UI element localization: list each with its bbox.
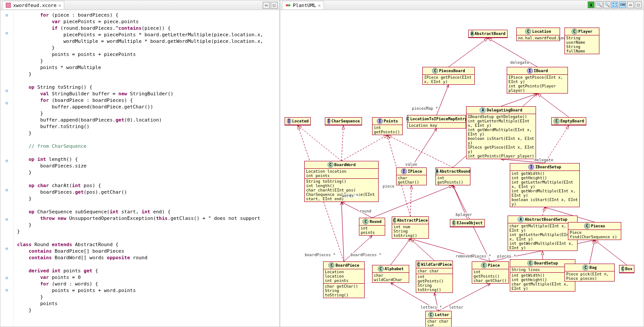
uml-label: piecesMap * bbox=[411, 106, 439, 111]
uml-class-Piece[interactable]: C Pieceint getPoints()char getChar() bbox=[472, 261, 509, 284]
uml-label: words * bbox=[341, 194, 359, 198]
uml-class-Located[interactable]: I Located bbox=[285, 117, 311, 125]
uml-class-AbstractBoard[interactable]: A AbstractBoard bbox=[468, 30, 508, 38]
zoom-out-icon[interactable]: 🔍 bbox=[603, 1, 610, 8]
xcore-file-icon bbox=[5, 2, 11, 8]
code-content[interactable]: for (piece : boardPieces) { var piecePoi… bbox=[14, 10, 267, 327]
fold-gutter: ⊖ ⊖ ⊖ ⊖ ⊖ ⊖ ⊖ ⊖ ⊖ ⊖ bbox=[0, 10, 14, 327]
fold-marker[interactable]: ⊖ bbox=[0, 275, 13, 281]
uml-class-WildCardPiece[interactable]: C WildCardPiecechar charint getPoints()S… bbox=[416, 261, 453, 293]
uml-class-Points[interactable]: I Pointsint getPoints() bbox=[372, 117, 403, 135]
uml-label: round bbox=[359, 209, 372, 213]
plantuml-icon bbox=[285, 2, 291, 8]
uml-class-Letter[interactable]: C Letterchar charint pointsint count bbox=[425, 311, 452, 327]
uml-class-AbstractRound[interactable]: A AbstractRoundint getPoints() bbox=[435, 167, 470, 185]
zoom-100-button[interactable]: 100 bbox=[619, 1, 626, 8]
tab-title: PlantUML bbox=[293, 3, 316, 8]
svg-line-9 bbox=[341, 125, 344, 161]
svg-line-21 bbox=[543, 207, 545, 216]
svg-rect-0 bbox=[6, 3, 11, 8]
diagram-toolbar: ▮ 🔍 🔍 ⛶ 100 ▭ ▢ bbox=[588, 1, 642, 8]
uml-class-IBoardSetup[interactable]: I IBoardSetupint getWidth()int getHeight… bbox=[510, 163, 580, 207]
svg-line-3 bbox=[449, 38, 488, 67]
uml-class-DelegatingBoard[interactable]: A DelegatingBoardIBoardSetup getDelegate… bbox=[466, 106, 536, 159]
maximize-icon[interactable]: ▢ bbox=[635, 1, 642, 8]
uml-class-AbstractBoardSetup[interactable]: A AbstractBoardSetupchar getMultiple(EIn… bbox=[508, 216, 578, 251]
fold-marker[interactable]: ⊖ bbox=[0, 245, 13, 252]
fold-marker[interactable]: ⊖ bbox=[0, 87, 13, 94]
uml-label: value bbox=[405, 162, 418, 167]
uml-class-AbstractPiece[interactable]: C AbstractPieceint numString toString() bbox=[392, 216, 429, 239]
svg-line-23 bbox=[344, 236, 372, 261]
left-tabbar: xwordfeud.xcore ✕ ▭ ▢ bbox=[0, 0, 279, 10]
uml-class-EJavaObject[interactable]: C EJavaObject bbox=[450, 219, 485, 227]
uml-class-Alphabet[interactable]: C Alphabetchar wildCardChar bbox=[372, 265, 409, 283]
tab-title: xwordfeud.xcore bbox=[13, 3, 56, 8]
svg-line-8 bbox=[298, 125, 341, 161]
svg-line-16 bbox=[372, 185, 453, 218]
tab-xcore[interactable]: xwordfeud.xcore ✕ bbox=[2, 1, 64, 9]
svg-line-13 bbox=[387, 135, 453, 167]
editor-pane: xwordfeud.xcore ✕ ▭ ▢ ⊖ ⊖ ⊖ ⊖ ⊖ ⊖ ⊖ ⊖ ⊖ … bbox=[0, 0, 280, 327]
uml-label: pieces * bbox=[497, 254, 516, 258]
svg-line-32 bbox=[590, 240, 595, 264]
plantuml-pane: PlantUML ✕ ▮ 🔍 🔍 ⛶ 100 ▭ ▢ A AbstractBoa… bbox=[280, 0, 644, 327]
svg-line-10 bbox=[341, 135, 387, 161]
uml-label: delegate bbox=[510, 60, 529, 65]
run-icon[interactable]: ▮ bbox=[588, 1, 595, 8]
uml-diagram[interactable]: A AbstractBoardC Locationno.hal.xwordfeu… bbox=[280, 10, 644, 327]
close-icon[interactable]: ✕ bbox=[318, 3, 321, 8]
uml-class-Box[interactable]: C Box bbox=[619, 265, 634, 273]
uml-class-CharSequence[interactable]: I CharSequence bbox=[325, 117, 362, 125]
svg-line-33 bbox=[595, 240, 627, 265]
close-icon[interactable]: ✕ bbox=[58, 3, 61, 8]
uml-label: delegate bbox=[534, 158, 553, 162]
uml-class-Pieces[interactable]: C PiecesPiece find(CharSequence s) bbox=[568, 222, 621, 240]
svg-line-30 bbox=[391, 239, 411, 265]
uml-label: removedPieces * bbox=[455, 254, 491, 258]
fold-marker[interactable]: ⊖ bbox=[0, 157, 13, 164]
uml-class-IBoard[interactable]: I IBoardIPiece getPiece(EInt x, EInt y)i… bbox=[507, 67, 568, 94]
uml-class-Round[interactable]: C Roundint points bbox=[359, 218, 385, 236]
code-editor[interactable]: ⊖ ⊖ ⊖ ⊖ ⊖ ⊖ ⊖ ⊖ ⊖ ⊖ for (piece : boardPi… bbox=[0, 10, 279, 327]
uml-label: letter bbox=[449, 305, 464, 310]
uml-class-Bag[interactable]: C BagPiece pick(EInt n, Piece pieces) bbox=[564, 264, 615, 282]
svg-line-11 bbox=[411, 129, 437, 167]
fold-marker[interactable]: ⊖ bbox=[0, 216, 13, 223]
svg-line-26 bbox=[411, 239, 435, 261]
minimize-icon[interactable]: ▭ bbox=[263, 2, 270, 9]
uml-class-Location[interactable]: C Locationno.hal.xwordfeud.Location bbox=[516, 28, 560, 41]
fold-marker[interactable]: ⊖ bbox=[0, 12, 13, 18]
zoom-in-icon[interactable]: 🔍 bbox=[595, 1, 602, 8]
svg-line-6 bbox=[537, 94, 569, 117]
fold-marker[interactable]: ⊖ bbox=[0, 287, 13, 293]
uml-class-BoardPiece[interactable]: C BoardPieceLocation locationint pointsc… bbox=[323, 261, 365, 298]
uml-class-IPiece[interactable]: I IPiecechar getChar() bbox=[396, 167, 427, 185]
svg-line-5 bbox=[501, 94, 537, 106]
fit-icon[interactable]: ⛶ bbox=[611, 1, 618, 8]
uml-label: piece bbox=[382, 184, 395, 188]
svg-point-1 bbox=[286, 4, 288, 6]
fold-marker[interactable]: ⊖ bbox=[0, 100, 13, 106]
uml-label: boardPieces * bbox=[350, 253, 382, 257]
minimize-icon[interactable]: ▭ bbox=[627, 1, 634, 8]
fold-marker[interactable]: ⊖ bbox=[0, 187, 13, 193]
maximize-icon[interactable]: ▢ bbox=[271, 2, 278, 9]
uml-label: boardPieces * bbox=[304, 253, 336, 257]
uml-class-PiecesBoard[interactable]: C PiecesBoardIPiece getPiece(EInt x, EIn… bbox=[422, 67, 475, 85]
uml-label: letters * bbox=[420, 305, 442, 310]
svg-line-24 bbox=[341, 202, 344, 261]
uml-label: bplayer bbox=[455, 212, 473, 217]
uml-class-EmptyBoard[interactable]: C EmptyBoard bbox=[551, 117, 586, 125]
svg-line-18 bbox=[411, 185, 412, 216]
svg-line-7 bbox=[437, 85, 449, 115]
svg-point-2 bbox=[288, 4, 290, 6]
uml-class-LocationToIPieceMapEntry[interactable]: C LocationToIPieceMapEntryLocation key bbox=[407, 115, 466, 129]
uml-class-Player[interactable]: C PlayerString userNameString fullName bbox=[564, 28, 599, 54]
tab-plantuml[interactable]: PlantUML ✕ bbox=[282, 1, 324, 9]
fold-marker[interactable]: ⊖ bbox=[0, 30, 13, 36]
